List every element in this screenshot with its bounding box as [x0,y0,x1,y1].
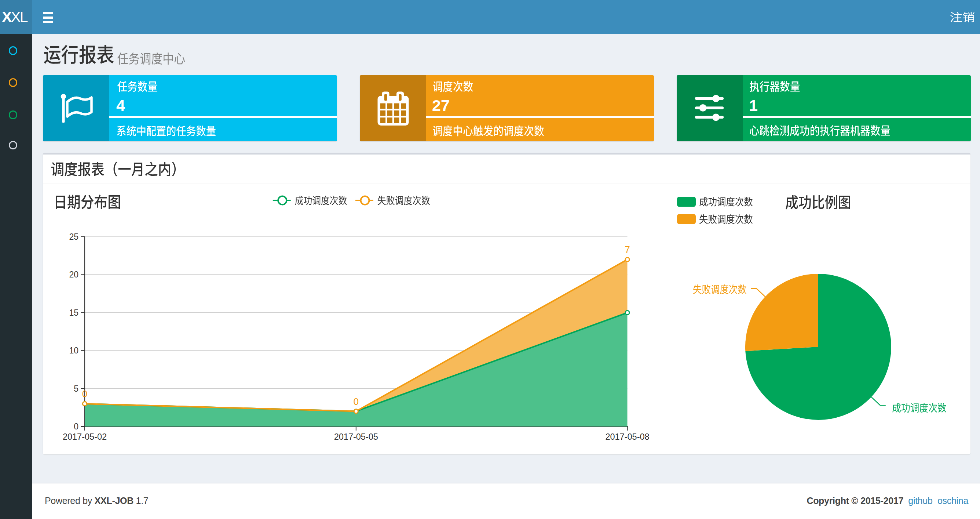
svg-text:20: 20 [69,270,78,279]
svg-text:15: 15 [69,308,78,318]
svg-text:2017-05-05: 2017-05-05 [334,432,378,442]
svg-text:2017-05-02: 2017-05-02 [63,432,107,442]
svg-text:0: 0 [82,388,87,399]
svg-text:0: 0 [74,422,78,431]
svg-text:5: 5 [74,384,78,393]
svg-text:10: 10 [69,346,78,355]
svg-text:25: 25 [69,232,78,241]
svg-text:0: 0 [353,396,359,407]
svg-text:7: 7 [625,244,630,255]
svg-text:2017-05-08: 2017-05-08 [605,432,649,442]
